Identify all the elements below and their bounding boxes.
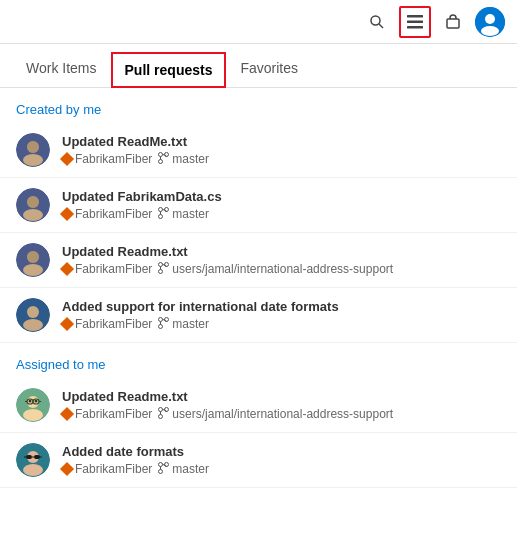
svg-point-13 [159, 153, 163, 157]
pr-meta: FabrikamFiber master [62, 462, 501, 476]
pr-branch: master [158, 462, 209, 476]
tab-pull-requests[interactable]: Pull requests [111, 52, 227, 88]
section-header-0: Created by me [0, 88, 517, 123]
pr-meta: FabrikamFiber master [62, 152, 501, 166]
repo-icon [60, 262, 74, 276]
pr-title: Added support for international date for… [62, 299, 501, 314]
pr-meta: FabrikamFiber users/jamal/international-… [62, 262, 501, 276]
svg-point-52 [159, 415, 163, 419]
svg-point-34 [27, 306, 39, 318]
svg-rect-3 [407, 20, 423, 23]
svg-point-43 [29, 400, 32, 403]
section-header-1: Assigned to me [0, 343, 517, 378]
user-avatar[interactable] [475, 7, 505, 37]
pr-title: Updated FabrikamData.cs [62, 189, 501, 204]
pr-repo: FabrikamFiber [62, 407, 152, 421]
tab-favorites[interactable]: Favorites [226, 50, 312, 88]
svg-point-38 [159, 325, 163, 329]
branch-icon [158, 462, 169, 476]
branch-name: master [172, 207, 209, 221]
branch-icon [158, 262, 169, 276]
svg-point-8 [481, 26, 499, 36]
branch-name: master [172, 152, 209, 166]
branch-icon [158, 207, 169, 221]
avatar [16, 188, 50, 222]
list-view-button[interactable] [399, 6, 431, 38]
pr-list-0: Updated ReadMe.txtFabrikamFiber master U… [0, 123, 517, 343]
pr-branch: master [158, 207, 209, 221]
avatar [16, 243, 50, 277]
list-item[interactable]: Added date formatsFabrikamFiber master [0, 433, 517, 488]
pr-repo: FabrikamFiber [62, 317, 152, 331]
branch-name: master [172, 462, 209, 476]
header-icons [361, 6, 505, 38]
avatar [16, 298, 50, 332]
pr-branch: users/jamal/international-address-suppor… [158, 407, 393, 421]
svg-rect-5 [447, 19, 459, 28]
avatar [16, 388, 50, 422]
pr-title: Updated Readme.txt [62, 244, 501, 259]
pr-info: Updated Readme.txtFabrikamFiber users/ja… [62, 244, 501, 276]
svg-point-64 [159, 470, 163, 474]
pr-info: Updated FabrikamData.csFabrikamFiber mas… [62, 189, 501, 221]
svg-point-29 [159, 263, 163, 267]
list-item[interactable]: Updated ReadMe.txtFabrikamFiber master [0, 123, 517, 178]
svg-rect-4 [407, 26, 423, 29]
pr-info: Updated Readme.txtFabrikamFiber users/ja… [62, 389, 501, 421]
repo-icon [60, 152, 74, 166]
svg-point-35 [23, 319, 43, 331]
pr-meta: FabrikamFiber master [62, 317, 501, 331]
pr-title: Updated ReadMe.txt [62, 134, 501, 149]
svg-point-11 [23, 154, 43, 166]
pr-branch: master [158, 317, 209, 331]
branch-name: master [172, 317, 209, 331]
branch-name: users/jamal/international-address-suppor… [172, 407, 393, 421]
svg-point-50 [159, 408, 163, 412]
repo-name: FabrikamFiber [75, 407, 152, 421]
repo-icon [60, 407, 74, 421]
svg-rect-58 [34, 455, 40, 459]
pr-list-1: Updated Readme.txtFabrikamFiber users/ja… [0, 378, 517, 488]
svg-point-36 [159, 318, 163, 322]
repo-name: FabrikamFiber [75, 262, 152, 276]
svg-point-27 [23, 264, 43, 276]
sections-container: Created by me Updated ReadMe.txtFabrikam… [0, 88, 517, 488]
svg-point-62 [159, 463, 163, 467]
repo-icon [60, 317, 74, 331]
repo-name: FabrikamFiber [75, 207, 152, 221]
svg-point-23 [159, 215, 163, 219]
pr-repo: FabrikamFiber [62, 262, 152, 276]
svg-point-21 [159, 208, 163, 212]
pr-title: Added date formats [62, 444, 501, 459]
svg-point-0 [371, 16, 380, 25]
section-1: Assigned to me Updated Readme.txtFabrika… [0, 343, 517, 488]
list-item[interactable]: Updated Readme.txtFabrikamFiber users/ja… [0, 233, 517, 288]
list-item[interactable]: Updated Readme.txtFabrikamFiber users/ja… [0, 378, 517, 433]
tabs-bar: Work Items Pull requests Favorites [0, 44, 517, 88]
svg-point-28 [27, 251, 39, 263]
branch-name: users/jamal/international-address-suppor… [172, 262, 393, 276]
pr-branch: users/jamal/international-address-suppor… [158, 262, 393, 276]
repo-name: FabrikamFiber [75, 317, 152, 331]
search-button[interactable] [361, 6, 393, 38]
tab-work-items[interactable]: Work Items [12, 50, 111, 88]
repo-icon [60, 462, 74, 476]
svg-rect-57 [26, 455, 32, 459]
list-item[interactable]: Updated FabrikamData.csFabrikamFiber mas… [0, 178, 517, 233]
repo-name: FabrikamFiber [75, 462, 152, 476]
svg-point-31 [159, 270, 163, 274]
branch-icon [158, 407, 169, 421]
svg-line-1 [379, 24, 383, 28]
svg-point-20 [27, 196, 39, 208]
pr-repo: FabrikamFiber [62, 462, 152, 476]
pr-info: Updated ReadMe.txtFabrikamFiber master [62, 134, 501, 166]
pr-meta: FabrikamFiber users/jamal/international-… [62, 407, 501, 421]
pr-meta: FabrikamFiber master [62, 207, 501, 221]
svg-point-19 [23, 209, 43, 221]
pr-info: Added support for international date for… [62, 299, 501, 331]
list-item[interactable]: Added support for international date for… [0, 288, 517, 343]
branch-icon [158, 152, 169, 166]
svg-point-56 [23, 464, 43, 476]
bag-button[interactable] [437, 6, 469, 38]
pr-repo: FabrikamFiber [62, 152, 152, 166]
